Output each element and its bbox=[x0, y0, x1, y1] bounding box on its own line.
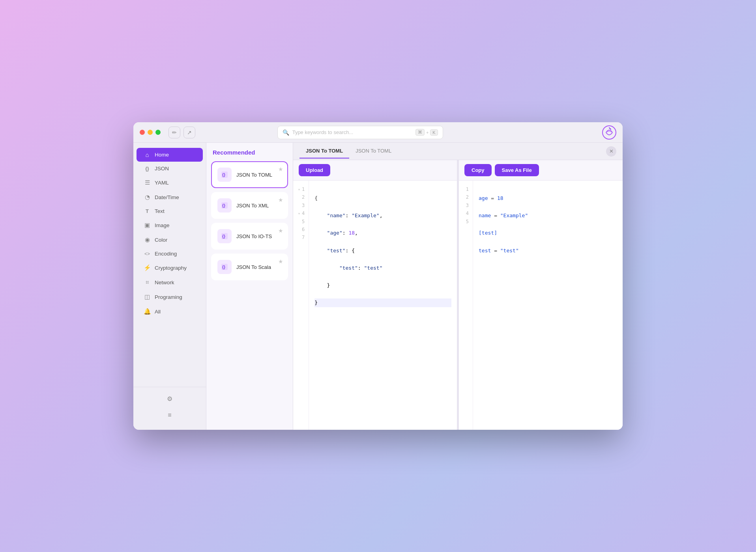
ln-2: 2 bbox=[298, 193, 305, 201]
rec-card-label-json-to-toml: JSON To TOML bbox=[236, 172, 272, 178]
sidebar-item-datetime[interactable]: ◔ Date/Time bbox=[137, 190, 203, 204]
sidebar-label-programming: Programing bbox=[155, 294, 182, 300]
search-placeholder: Type keywords to search... bbox=[292, 129, 354, 135]
svg-text:{}: {} bbox=[222, 173, 225, 177]
tab-label-1: JSON To TOML bbox=[306, 148, 343, 154]
code-line-6: } bbox=[314, 281, 451, 290]
code-content-output: age = 18 name = "Example" [test] test = … bbox=[473, 181, 623, 430]
all-icon: 🔔 bbox=[144, 308, 151, 315]
star-icon-json-to-toml[interactable]: ★ bbox=[278, 166, 283, 172]
rec-card-json-to-io-ts[interactable]: {} JSON To IO-TS ★ bbox=[211, 223, 288, 250]
sidebar-label-all: All bbox=[155, 309, 161, 315]
yaml-icon: ☰ bbox=[144, 179, 151, 186]
save-button[interactable]: Save As File bbox=[495, 164, 539, 176]
oln-2: 2 bbox=[464, 193, 469, 201]
search-icon: 🔍 bbox=[283, 129, 289, 136]
ln-1: ▾ 1 bbox=[298, 185, 305, 193]
image-icon: ▣ bbox=[144, 222, 151, 229]
sidebar-item-home[interactable]: ⌂ Home bbox=[137, 148, 203, 162]
edit-icon[interactable]: ✏ bbox=[168, 127, 180, 138]
maximize-button[interactable] bbox=[155, 130, 161, 135]
code-line-5: "test": "test" bbox=[314, 264, 451, 272]
star-icon-json-to-scala[interactable]: ★ bbox=[278, 258, 283, 265]
shortcut-k: K bbox=[430, 129, 438, 136]
sidebar-item-cryptography[interactable]: ⚡ Cryptography bbox=[137, 261, 203, 275]
recommended-panel: Recommended {} JSON To TOML ★ bbox=[206, 143, 293, 430]
home-icon: ⌂ bbox=[144, 151, 151, 158]
input-pane: Upload ▾ 1 2 3 ▾ 4 5 6 7 bbox=[293, 160, 457, 430]
datetime-icon: ◔ bbox=[144, 194, 151, 201]
search-bar[interactable]: 🔍 Type keywords to search... ⌘ + K bbox=[277, 126, 443, 139]
sidebar-item-image[interactable]: ▣ Image bbox=[137, 218, 203, 232]
output-pane: Copy Save As File 1 2 3 4 5 age = 1 bbox=[459, 160, 623, 430]
shortcut-cmd: ⌘ bbox=[415, 129, 425, 136]
ln-4: ▾ 4 bbox=[298, 209, 305, 217]
sidebar-label-color: Color bbox=[155, 237, 167, 243]
network-icon: ⌗ bbox=[144, 279, 151, 286]
rec-card-icon: {} bbox=[217, 168, 232, 182]
sidebar-item-network[interactable]: ⌗ Network bbox=[137, 275, 203, 289]
tab-json-to-toml-1[interactable]: JSON To TOML bbox=[299, 144, 349, 159]
rec-card-label-json-to-scala: JSON To Scala bbox=[236, 264, 271, 270]
tool-panel: JSON To TOML JSON To TOML ✕ Upload bbox=[293, 143, 623, 430]
sidebar-item-all[interactable]: 🔔 All bbox=[137, 304, 203, 319]
sidebar-label-encoding: Encoding bbox=[155, 251, 177, 257]
tab-label-2: JSON To TOML bbox=[356, 148, 391, 154]
out-line-5 bbox=[479, 264, 617, 272]
out-line-2: name = "Example" bbox=[479, 211, 617, 220]
sidebar-item-color[interactable]: ◉ Color bbox=[137, 233, 203, 247]
encoding-icon: <> bbox=[144, 251, 151, 257]
close-tab-button[interactable]: ✕ bbox=[606, 146, 616, 157]
sidebar-label-network: Network bbox=[155, 280, 174, 285]
sidebar-bottom: ⚙ ≡ bbox=[133, 387, 206, 425]
rec-card-json-to-toml[interactable]: {} JSON To TOML ★ bbox=[211, 161, 288, 188]
code-input[interactable]: ▾ 1 2 3 ▾ 4 5 6 7 { "name": "Example", "… bbox=[293, 181, 457, 430]
tab-json-to-toml-2[interactable]: JSON To TOML bbox=[349, 144, 398, 159]
out-line-1: age = 18 bbox=[479, 194, 617, 203]
svg-text:{}: {} bbox=[222, 265, 225, 269]
sidebar-label-image: Image bbox=[155, 222, 170, 228]
app-window: ✏ ↗ 🔍 Type keywords to search... ⌘ + K bbox=[133, 122, 623, 430]
svg-text:{}: {} bbox=[222, 234, 225, 239]
color-icon: ◉ bbox=[144, 236, 151, 243]
sidebar-item-programming[interactable]: ◫ Programing bbox=[137, 290, 203, 304]
sidebar: ⌂ Home {} JSON ☰ YAML ◔ Date/Time T Te bbox=[133, 143, 206, 430]
sidebar-item-encoding[interactable]: <> Encoding bbox=[137, 247, 203, 260]
traffic-lights bbox=[140, 130, 161, 135]
star-icon-json-to-xml[interactable]: ★ bbox=[278, 197, 283, 203]
output-toolbar: Copy Save As File bbox=[459, 160, 623, 181]
fold-1[interactable]: ▾ bbox=[298, 186, 300, 193]
sidebar-nav: ⌂ Home {} JSON ☰ YAML ◔ Date/Time T Te bbox=[133, 147, 206, 387]
rec-card-icon-io-ts: {} bbox=[217, 229, 232, 243]
sidebar-item-json[interactable]: {} JSON bbox=[137, 162, 203, 175]
copy-button[interactable]: Copy bbox=[464, 164, 492, 176]
sidebar-label-datetime: Date/Time bbox=[155, 194, 179, 200]
line-numbers-output: 1 2 3 4 5 bbox=[459, 181, 473, 430]
rec-card-icon-xml: {} bbox=[217, 198, 232, 213]
rec-card-json-to-xml[interactable]: {} JSON To XML ★ bbox=[211, 192, 288, 219]
settings-button[interactable]: ⚙ bbox=[163, 392, 176, 405]
sidebar-label-text: Text bbox=[155, 208, 165, 214]
sidebar-label-json: JSON bbox=[155, 166, 169, 172]
list-button[interactable]: ≡ bbox=[163, 408, 176, 422]
rec-card-json-to-scala[interactable]: {} JSON To Scala ★ bbox=[211, 254, 288, 280]
programming-icon: ◫ bbox=[144, 293, 151, 300]
sidebar-label-yaml: YAML bbox=[155, 180, 169, 186]
star-icon-json-to-io-ts[interactable]: ★ bbox=[278, 228, 283, 234]
code-line-1: { bbox=[314, 194, 451, 203]
close-button[interactable] bbox=[140, 130, 145, 135]
share-icon[interactable]: ↗ bbox=[183, 127, 195, 138]
sidebar-label-cryptography: Cryptography bbox=[155, 265, 187, 271]
svg-text:{}: {} bbox=[222, 203, 225, 208]
code-output: 1 2 3 4 5 age = 18 name = "Example" [tes… bbox=[459, 181, 623, 430]
sidebar-item-yaml[interactable]: ☰ YAML bbox=[137, 175, 203, 190]
json-icon: {} bbox=[144, 166, 151, 172]
upload-button[interactable]: Upload bbox=[299, 164, 330, 176]
brand-logo bbox=[602, 125, 616, 140]
ln-6: 6 bbox=[298, 226, 305, 233]
fold-4[interactable]: ▾ bbox=[298, 210, 300, 217]
sidebar-item-text[interactable]: T Text bbox=[137, 205, 203, 218]
minimize-button[interactable] bbox=[148, 130, 153, 135]
rec-card-label-json-to-xml: JSON To XML bbox=[236, 203, 269, 209]
cryptography-icon: ⚡ bbox=[144, 264, 151, 271]
